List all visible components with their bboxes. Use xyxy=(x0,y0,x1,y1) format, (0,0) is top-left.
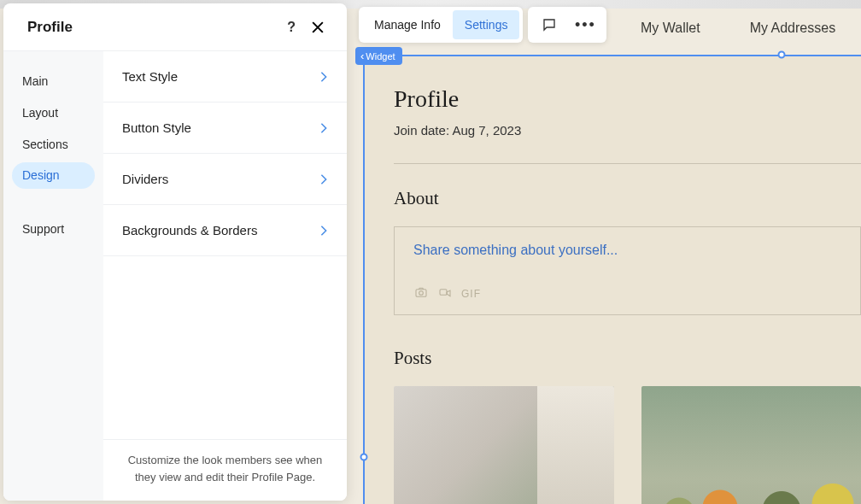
chevron-right-icon xyxy=(319,71,328,83)
nav-item-support[interactable]: Support xyxy=(12,216,95,243)
toolbar-group-icons: ••• xyxy=(528,7,606,43)
help-icon[interactable]: ? xyxy=(287,20,296,35)
close-icon[interactable] xyxy=(309,19,326,36)
tab-my-addresses[interactable]: My Addresses xyxy=(750,21,835,36)
chevron-right-icon xyxy=(319,225,328,237)
selection-handle[interactable] xyxy=(778,51,786,59)
option-label: Backgrounds & Borders xyxy=(122,223,257,237)
option-label: Button Style xyxy=(122,120,191,135)
option-dividers[interactable]: Dividers xyxy=(103,154,347,205)
settings-button[interactable]: Settings xyxy=(453,10,520,39)
panel-footer-text: Customize the look members see when they… xyxy=(103,439,347,501)
tab-my-wallet[interactable]: My Wallet xyxy=(641,21,700,36)
panel-header: Profile ? xyxy=(3,3,347,51)
panel-options: Text Style Button Style Dividers Backgro… xyxy=(103,51,347,501)
option-backgrounds-borders[interactable]: Backgrounds & Borders xyxy=(103,205,347,256)
selection-handle[interactable] xyxy=(360,454,368,461)
nav-item-main[interactable]: Main xyxy=(12,68,95,95)
nav-item-design[interactable]: Design xyxy=(12,162,95,189)
profile-subtabs: My Wallet My Addresses xyxy=(589,7,861,50)
more-icon[interactable]: ••• xyxy=(567,17,603,32)
nav-item-sections[interactable]: Sections xyxy=(12,132,95,158)
chevron-right-icon xyxy=(319,173,328,185)
widget-selection-tag[interactable]: Widget xyxy=(355,47,402,65)
manage-info-button[interactable]: Manage Info xyxy=(362,10,453,39)
option-button-style[interactable]: Button Style xyxy=(103,103,347,154)
chevron-right-icon xyxy=(319,122,328,134)
nav-item-layout[interactable]: Layout xyxy=(12,100,95,126)
design-panel: Profile ? Main Layout Sections Design Su… xyxy=(3,3,347,501)
chat-icon[interactable] xyxy=(531,17,567,32)
panel-nav: Main Layout Sections Design Support xyxy=(3,51,103,501)
option-label: Text Style xyxy=(122,69,178,84)
option-text-style[interactable]: Text Style xyxy=(103,51,347,103)
widget-toolbar: Manage Info Settings ••• xyxy=(359,7,606,43)
toolbar-group-main: Manage Info Settings xyxy=(359,7,523,43)
option-label: Dividers xyxy=(122,172,168,186)
widget-selection-outline xyxy=(363,55,861,504)
panel-title: Profile xyxy=(27,19,73,36)
